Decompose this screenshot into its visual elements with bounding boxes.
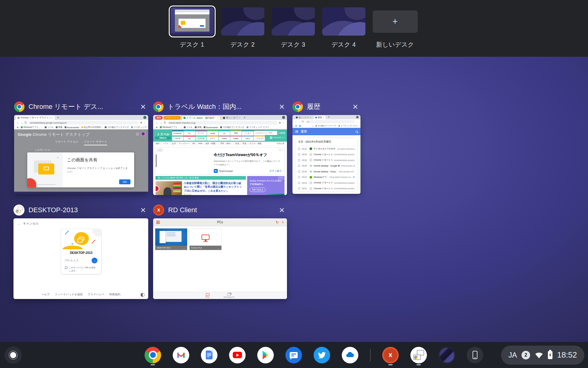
shelf-item-messages[interactable] [285,344,302,366]
history-row: 15:25 G remote desktop - Google 検索 www.g… [295,163,358,169]
news-article: 小泉進次郎環境大臣に、国立公園活性化の取り組みについて聞く「世界の国立公園ランキ… [156,181,243,195]
desk-4-thumbnail[interactable] [322,7,365,36]
window-4-close-icon[interactable]: × [140,205,148,215]
article-text: 小泉進次郎環境大臣に、国立公園活性化の取り組みについて聞く「世界の国立公園ランキ… [184,181,243,195]
history-card: 今日 - 2021年4月26日月曜日 15:42 デジタルカメラのおすす... … [295,138,358,191]
window-2-header[interactable]: トラベル Watch：国内... × [153,101,287,113]
privacy-link: プライバシー [88,293,104,297]
new-desk-label[interactable]: 新しいデスク [376,40,414,49]
browser-tab-active: トラベル Watch：国内旅行... × [182,116,221,120]
mini-ok-button [200,25,204,27]
ticker-text: トラベル Watch 4月15日（木）16:32 更新 [161,177,199,179]
yellow-hill [62,246,83,249]
shelf-item-twitter[interactable] [314,344,330,366]
desk-2-wallpaper [221,7,264,36]
desk-3-label[interactable]: デスク 3 [281,40,305,49]
shelf-item-chrome-remote-desktop[interactable] [410,344,427,366]
tab-strip: 新しいタブ × 履歴 × + [292,115,360,119]
forward-icon: → [160,121,163,124]
crd-page-tabs: リモート アクセス リモート サポート [14,140,148,145]
window-5-header[interactable]: RD Client × [153,204,287,216]
entry-time: 15:42 [302,148,308,150]
entry-title: remote desktop - Google 検索 [314,164,340,167]
window-4-preview[interactable]: ← キャンセル DESKTOP-2013 PIN を入力 → [13,218,148,299]
window-chrome-remote-desktop: Chrome リモート デス... × Chrome リモート デスクトッ × … [14,101,148,194]
desk-4-wallpaper [322,7,365,36]
window-rd-client: RD Client × PCs ↻ + [153,204,287,299]
running-indicator [417,364,421,365]
tab-strip: Chrome リモート デスクトッ × + [14,115,148,120]
window-3-close-icon[interactable]: × [352,102,360,111]
desk-3-thumbnail[interactable] [272,7,315,36]
bookmark-item: Bookmarklet [65,126,79,128]
window-3-preview[interactable]: 新しいタブ × 履歴 × + ← → ↻ G ⋮ ★ » その他のブックマーク … [292,115,360,194]
nav-item: 家電 [230,131,242,136]
bookmark-item: その他のブックマーク [220,126,244,129]
entry-time: 15:23 [302,187,308,190]
entry-domain: forest.watch.impress.co.jp [329,176,351,178]
chrome-icon [145,347,161,363]
checkbox [298,187,300,190]
ad-brand-name: TeamViewer [219,170,233,173]
desk-2-slot [221,7,264,36]
desk-1-thumbnail[interactable] [171,7,214,36]
tab-close-icon: × [310,116,311,119]
dialog-title: この画面を共有 [67,157,130,163]
shelf-item-rd-client[interactable] [382,344,399,366]
running-indicator [388,364,393,365]
pc-placeholder [190,228,221,246]
window-1-close-icon[interactable]: × [140,102,148,111]
entry-title: デジタルカメラのおすす... [314,147,336,150]
subnav-links: 成田 ｜ ハワイ ｜ 台湾 ｜ ディズニー ｜ JAL ｜ ANA ｜ 成田（関… [156,142,262,145]
logo-top: トラベル [155,132,171,136]
shelf-apps [145,342,483,368]
window-5-preview[interactable]: PCs ↻ + DESKTOP-2013 … [153,218,287,299]
browser-toolbar: ← → ↻ travel.watch.impress.co.jp ★ ⋮ [153,120,287,125]
article-thumbnail [156,181,182,195]
rd-client-icon [153,205,164,216]
site-search: Googleカスタム検索 Q検索 impressサイト [254,131,285,139]
browser-tab-active: 履歴 × [314,116,326,119]
desk-2-label[interactable]: デスク 2 [230,40,255,49]
checkbox [65,266,67,269]
section-label: このデバイス [34,148,50,152]
history-row: 15:25 G remote desktop - Goog... www.goo… [295,169,358,174]
shelf-item-wallpaper-sphere[interactable] [439,344,455,366]
window-1-preview[interactable]: Chrome リモート デスクトッ × + ← → ↻ remotedeskto… [14,115,148,194]
window-5-close-icon[interactable]: × [279,205,287,215]
window-3-title: 履歴 [307,102,320,111]
window-4-header[interactable]: DESKTOP-2013 × [13,204,148,216]
terms-link: 利用規約 [109,293,120,297]
window-2-close-icon[interactable]: × [279,102,287,111]
nav-label: Workspaces [224,296,235,298]
overflow-chevron: » [312,125,313,127]
shelf-item-youtube[interactable] [229,344,246,366]
desk-1-label[interactable]: デスク 1 [180,40,204,49]
window-1-header[interactable]: Chrome リモート デス... × [14,101,148,113]
desk-4-label[interactable]: デスク 4 [331,40,356,49]
shelf-item-phone-hub[interactable] [467,344,483,366]
site-favicon [310,187,312,190]
battery-charging-icon [548,351,552,359]
new-desk-button[interactable]: + [373,10,418,33]
status-tray[interactable]: JA 2 18:52 [501,346,584,365]
shelf: JA 2 18:52 [0,342,588,368]
shelf-item-gmail[interactable] [173,344,189,366]
history-row: 15:23 Chrome リモート デ... remotedesktop.goo… [295,186,358,192]
entry-domain: remotedesktop.google.com [334,187,355,190]
shelf-item-chrome[interactable] [145,344,161,366]
window-2-preview[interactable]: 趣味 プライベート トラベル Watch：国内旅行... × 新しいタブ × +… [153,115,287,195]
pin-card: DESKTOP-2013 PIN を入力 → このデバイスに PIN を保存しま… [61,229,101,274]
new-desk-slot: + [373,7,418,36]
launcher-button[interactable] [5,347,22,364]
desk-2-thumbnail[interactable] [221,7,264,36]
shelf-item-onedrive[interactable] [342,344,358,366]
window-desktop-2013: DESKTOP-2013 × ← キャンセル DESKTOP-2013 P [13,204,148,299]
shelf-item-docs[interactable] [201,344,217,366]
window-history: 履歴 × 新しいタブ × 履歴 × + ← → ↻ G ⋮ ★ [292,101,360,194]
window-3-header[interactable]: 履歴 × [292,101,360,113]
dialog-illustration: + [27,152,63,187]
shelf-item-play-store[interactable] [257,344,274,366]
grid-icon [270,136,272,139]
browser-toolbar: ← → ↻ G ⋮ [292,119,360,124]
